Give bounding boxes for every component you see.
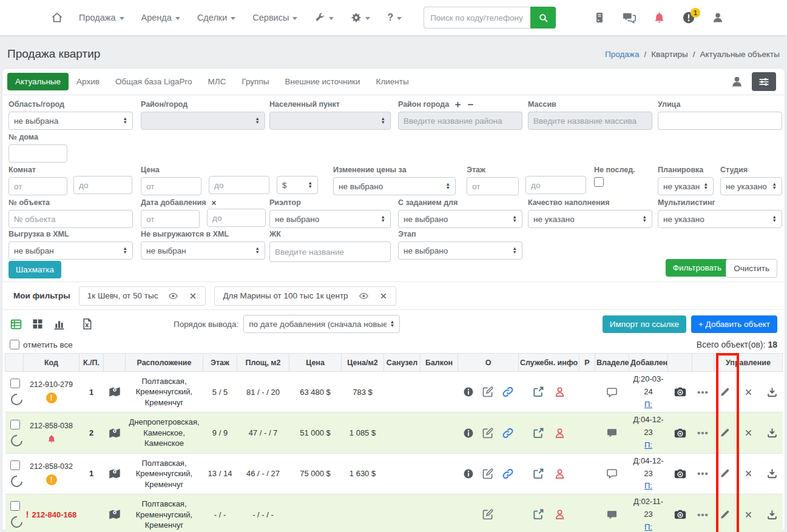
warning-icon[interactable] bbox=[46, 392, 57, 403]
edit-pencil-icon[interactable] bbox=[719, 386, 731, 398]
edit-note-icon[interactable] bbox=[482, 508, 494, 520]
filter-settings-button[interactable] bbox=[752, 72, 776, 91]
add-object-button[interactable]: + Добавить объект bbox=[691, 315, 777, 333]
camera-icon[interactable] bbox=[669, 467, 691, 480]
table-view-icon[interactable] bbox=[10, 318, 22, 331]
search-button[interactable] bbox=[530, 7, 556, 29]
task-for-select[interactable]: не выбрано bbox=[398, 210, 522, 228]
object-code[interactable]: 212-910-279 bbox=[30, 380, 73, 389]
owner-person-icon[interactable] bbox=[554, 468, 566, 480]
tab-ligapro-base[interactable]: Общая база LigaPro bbox=[107, 73, 200, 90]
status-circle-icon[interactable] bbox=[8, 433, 24, 449]
excel-export-icon[interactable] bbox=[81, 317, 93, 331]
external-link-icon[interactable] bbox=[532, 508, 544, 520]
p-link[interactable]: П: bbox=[644, 440, 652, 450]
status-circle-icon[interactable] bbox=[8, 514, 24, 530]
price-to-input[interactable] bbox=[209, 176, 269, 194]
more-actions-icon[interactable] bbox=[697, 428, 709, 438]
object-no-input[interactable] bbox=[8, 210, 133, 228]
view-filter-eye-icon[interactable] bbox=[358, 291, 370, 301]
owner-person-icon[interactable] bbox=[554, 386, 566, 398]
map-icon[interactable] bbox=[105, 385, 124, 399]
floor-from-input[interactable] bbox=[467, 177, 519, 195]
edit-note-icon[interactable] bbox=[482, 386, 494, 398]
select-all-checkbox[interactable] bbox=[10, 340, 19, 349]
menu-rent[interactable]: Аренда bbox=[141, 13, 180, 22]
menu-deals[interactable]: Сделки bbox=[197, 13, 235, 22]
bell-alert-icon[interactable] bbox=[47, 434, 56, 444]
info-icon[interactable] bbox=[463, 428, 474, 439]
street-input[interactable] bbox=[658, 112, 782, 130]
menu-settings[interactable] bbox=[351, 12, 370, 23]
tab-archive[interactable]: Архив bbox=[69, 73, 107, 90]
saved-filter-chip[interactable]: 1к Шевч, от 50 тыс bbox=[79, 286, 206, 306]
object-code[interactable]: 212-858-032 bbox=[30, 462, 73, 471]
sort-order-select[interactable]: по дате добавления (сначала новые) bbox=[243, 315, 400, 333]
p-link[interactable]: П: bbox=[644, 400, 652, 409]
delete-x-icon[interactable] bbox=[744, 428, 753, 437]
row-checkbox[interactable] bbox=[10, 420, 20, 429]
price-from-input[interactable] bbox=[141, 177, 201, 195]
date-to-input[interactable] bbox=[207, 209, 266, 227]
delete-x-icon[interactable] bbox=[744, 510, 753, 519]
region-select[interactable]: не выбрана bbox=[8, 112, 133, 130]
row-checkbox[interactable] bbox=[10, 460, 20, 470]
date-from-input[interactable] bbox=[141, 210, 200, 228]
warning-icon[interactable] bbox=[46, 474, 57, 485]
grid-view-icon[interactable] bbox=[32, 318, 44, 330]
studio-select[interactable]: не указано bbox=[720, 177, 782, 195]
external-link-icon[interactable] bbox=[532, 468, 544, 480]
import-by-link-button[interactable]: Импорт по ссылке bbox=[603, 315, 686, 333]
currency-select[interactable]: $ bbox=[277, 176, 318, 194]
breadcrumb-link-sale[interactable]: Продажа bbox=[605, 50, 639, 59]
realtor-select[interactable]: не выбрано bbox=[269, 210, 391, 228]
map-icon[interactable] bbox=[105, 508, 124, 521]
edit-pencil-icon[interactable] bbox=[719, 427, 731, 439]
xml-excluded-select[interactable]: не выбран bbox=[141, 241, 265, 260]
not-last-checkbox[interactable] bbox=[594, 177, 604, 187]
menu-help[interactable]: ? bbox=[387, 12, 402, 23]
p-link[interactable]: П: bbox=[644, 481, 652, 490]
external-link-icon[interactable] bbox=[532, 386, 544, 398]
xml-upload-select[interactable]: не выбран bbox=[8, 241, 133, 260]
alerts-icon[interactable]: 1 bbox=[682, 11, 695, 24]
chart-view-icon[interactable] bbox=[53, 318, 66, 331]
status-circle-icon[interactable] bbox=[8, 473, 24, 490]
tab-external-sources[interactable]: Внешние источники bbox=[277, 73, 368, 90]
edit-note-icon[interactable] bbox=[482, 427, 494, 439]
tab-actual[interactable]: Актуальные bbox=[7, 73, 69, 90]
remove-district-icon[interactable] bbox=[467, 101, 475, 109]
comment-bubble-icon[interactable] bbox=[596, 427, 628, 439]
add-district-icon[interactable] bbox=[454, 101, 462, 109]
more-actions-icon[interactable] bbox=[697, 387, 709, 397]
messages-icon[interactable] bbox=[622, 11, 637, 24]
home-icon[interactable] bbox=[51, 12, 63, 24]
chessboard-button[interactable]: Шахматка bbox=[8, 261, 61, 278]
camera-icon[interactable] bbox=[669, 426, 691, 440]
house-no-input[interactable] bbox=[8, 144, 67, 163]
tab-mls[interactable]: МЛС bbox=[200, 73, 234, 90]
menu-tools[interactable] bbox=[314, 12, 334, 23]
tab-groups[interactable]: Группы bbox=[234, 73, 277, 90]
edit-note-icon[interactable] bbox=[482, 468, 494, 480]
complex-input[interactable] bbox=[269, 241, 391, 262]
delete-x-icon[interactable] bbox=[744, 469, 753, 478]
stage-select[interactable]: не выбрано bbox=[398, 241, 522, 260]
object-code-urgent[interactable]: 212-840-168 bbox=[26, 510, 76, 519]
p-link[interactable]: П: bbox=[644, 522, 652, 531]
camera-icon[interactable] bbox=[669, 508, 691, 521]
floor-to-input[interactable] bbox=[525, 176, 586, 194]
download-icon[interactable] bbox=[766, 509, 778, 520]
multilisting-select[interactable]: не указано bbox=[658, 210, 782, 228]
journal-icon[interactable] bbox=[593, 12, 606, 24]
clear-date-icon[interactable] bbox=[211, 200, 217, 206]
external-link-icon[interactable] bbox=[532, 427, 544, 439]
map-icon[interactable] bbox=[105, 426, 124, 440]
comment-bubble-icon[interactable] bbox=[596, 468, 628, 479]
owner-person-icon[interactable] bbox=[554, 427, 566, 439]
download-icon[interactable] bbox=[766, 386, 778, 398]
filter-clear-button[interactable]: Очистить bbox=[726, 259, 777, 278]
delete-filter-icon[interactable] bbox=[379, 292, 388, 300]
edit-pencil-icon[interactable] bbox=[719, 509, 731, 520]
search-input[interactable] bbox=[424, 7, 530, 29]
